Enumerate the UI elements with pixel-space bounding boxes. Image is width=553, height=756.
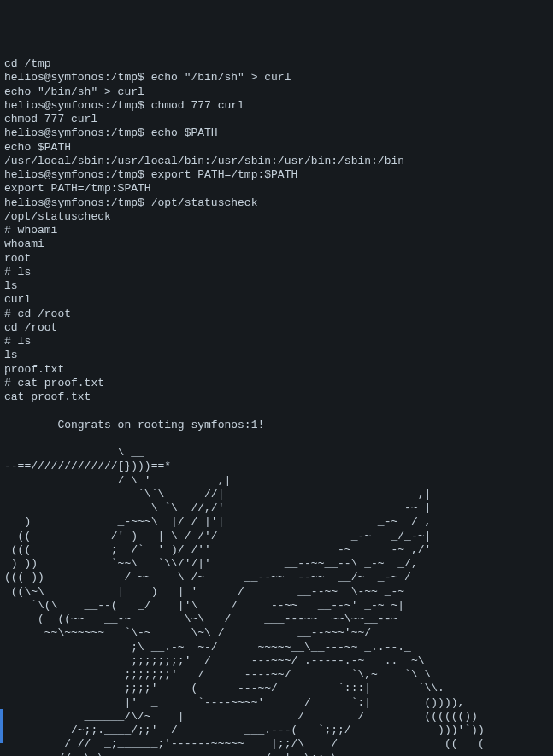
terminal-output[interactable]: cd /tmp helios@symfonos:/tmp$ echo "/bin… bbox=[4, 57, 549, 756]
scrollbar-thumb[interactable] bbox=[0, 709, 3, 743]
